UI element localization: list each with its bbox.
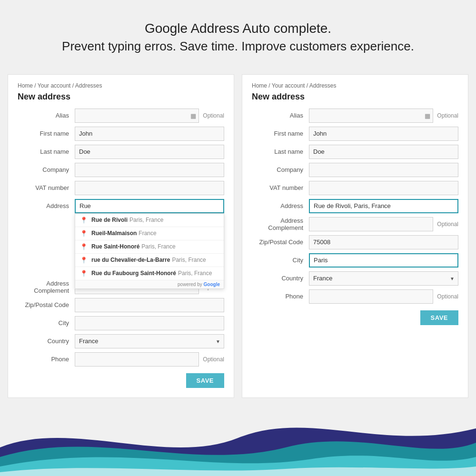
autocomplete-item-1[interactable]: 📍 Rue de RivoliParis, France	[75, 214, 224, 227]
right-vat-label: VAT number	[252, 184, 309, 191]
alias-label: Alias	[18, 112, 75, 119]
right-company-label: Company	[252, 166, 309, 173]
left-zip-input[interactable]	[75, 298, 224, 312]
left-country-select-wrapper: France Germany Spain United Kingdom Ital…	[75, 334, 224, 348]
ac-main-5: Rue du Faubourg Saint-Honoré	[91, 270, 176, 277]
right-address-complement-input[interactable]	[309, 217, 433, 231]
company-row: Company	[18, 163, 224, 177]
phone-row: Phone Optional	[18, 352, 224, 367]
right-alias-input[interactable]	[309, 109, 433, 123]
ac-main-4: rue du Chevalier-de-La-Barre	[91, 257, 170, 263]
ac-sec-3: Paris, France	[141, 243, 175, 250]
forms-container: Home / Your account / Addresses New addr…	[0, 65, 476, 407]
right-address-complement-label: Address Complement	[252, 217, 309, 231]
right-company-row: Company	[252, 163, 458, 177]
header-section: Google Address Auto complete. Prevent ty…	[0, 0, 476, 65]
right-breadcrumb: Home / Your account / Addresses	[252, 82, 458, 89]
header-subtitle: Prevent typing erros. Save time. Improve…	[10, 38, 466, 55]
last-name-label: Last name	[18, 148, 75, 155]
autocomplete-dropdown: 📍 Rue de RivoliParis, France 📍 Rueil-Mal…	[75, 213, 224, 289]
right-company-input[interactable]	[309, 163, 458, 177]
wave-decoration	[0, 390, 476, 476]
ac-main-1: Rue de Rivoli	[91, 217, 128, 223]
ac-sec-4: Paris, France	[172, 257, 206, 263]
google-brand: Google	[204, 282, 220, 287]
right-vat-input[interactable]	[309, 181, 458, 195]
powered-by-row: powered by Google	[75, 280, 224, 288]
right-alias-optional: Optional	[437, 112, 458, 119]
ac-sec-1: Paris, France	[129, 217, 163, 223]
first-name-row: First name	[18, 127, 224, 141]
left-phone-input[interactable]	[75, 352, 199, 367]
alias-row: Alias ▦ Optional	[18, 109, 224, 123]
address-complement-label: Address Complement	[18, 280, 75, 294]
autocomplete-item-5[interactable]: 📍 Rue du Faubourg Saint-HonoréParis, Fra…	[75, 267, 224, 280]
right-first-name-label: First name	[252, 130, 309, 137]
phone-optional: Optional	[203, 356, 224, 363]
ac-main-3: Rue Saint-Honoré	[91, 243, 139, 250]
last-name-row: Last name	[18, 145, 224, 159]
right-zip-label: Zip/Postal Code	[252, 238, 309, 246]
powered-by-text: powered by	[178, 282, 202, 287]
right-country-select-wrapper: France Germany Spain United Kingdom Ital…	[309, 271, 458, 286]
left-first-name-input[interactable]	[75, 127, 224, 141]
autocomplete-item-2[interactable]: 📍 Rueil-MalmaisonFrance	[75, 227, 224, 240]
autocomplete-item-3[interactable]: 📍 Rue Saint-HonoréParis, France	[75, 240, 224, 254]
right-first-name-input[interactable]	[309, 127, 458, 141]
right-last-name-label: Last name	[252, 148, 309, 155]
pin-icon-5: 📍	[80, 270, 88, 277]
vat-label: VAT number	[18, 184, 75, 191]
left-form-title: New address	[18, 92, 224, 102]
left-city-input[interactable]	[75, 316, 224, 330]
ac-sec-5: Paris, France	[178, 270, 212, 277]
right-phone-optional: Optional	[437, 293, 458, 300]
left-form-panel: Home / Your account / Addresses New addr…	[8, 74, 234, 398]
right-save-button[interactable]: SAVE	[420, 310, 458, 325]
pin-icon-1: 📍	[80, 217, 88, 224]
left-save-button[interactable]: SAVE	[186, 373, 224, 388]
autocomplete-item-4[interactable]: 📍 rue du Chevalier-de-La-BarreParis, Fra…	[75, 254, 224, 267]
right-zip-input[interactable]	[309, 235, 458, 249]
right-city-input[interactable]	[309, 253, 458, 268]
right-city-label: City	[252, 257, 309, 264]
right-last-name-input[interactable]	[309, 145, 458, 159]
right-alias-row: Alias ▦ Optional	[252, 109, 458, 123]
left-vat-input[interactable]	[75, 181, 224, 195]
right-phone-label: Phone	[252, 293, 309, 300]
right-zip-row: Zip/Postal Code	[252, 235, 458, 249]
right-address-input[interactable]	[309, 199, 458, 213]
header-title: Google Address Auto complete.	[10, 19, 466, 38]
zip-row: Zip/Postal Code	[18, 298, 224, 312]
vat-row: VAT number	[18, 181, 224, 195]
pin-icon-3: 📍	[80, 243, 88, 250]
right-alias-input-wrapper: ▦	[309, 109, 433, 123]
address-row: Address 📍 Rue de RivoliParis, France 📍 R…	[18, 199, 224, 213]
country-label: Country	[18, 337, 75, 345]
left-alias-input[interactable]	[75, 109, 199, 123]
pin-icon-2: 📍	[80, 230, 88, 237]
left-country-select[interactable]: France Germany Spain United Kingdom Ital…	[75, 334, 224, 348]
left-address-input[interactable]	[75, 199, 224, 213]
right-last-name-row: Last name	[252, 145, 458, 159]
first-name-label: First name	[18, 130, 75, 137]
right-phone-row: Phone Optional	[252, 289, 458, 304]
calendar-icon: ▦	[190, 112, 196, 119]
right-form-panel: Home / Your account / Addresses New addr…	[242, 74, 468, 398]
left-company-input[interactable]	[75, 163, 224, 177]
right-first-name-row: First name	[252, 127, 458, 141]
right-address-complement-optional: Optional	[437, 221, 458, 228]
pin-icon-4: 📍	[80, 257, 88, 264]
country-row: Country France Germany Spain United King…	[18, 334, 224, 348]
ac-sec-2: France	[139, 230, 156, 237]
right-country-row: Country France Germany Spain United King…	[252, 271, 458, 286]
right-phone-input[interactable]	[309, 289, 433, 304]
city-row: City	[18, 316, 224, 330]
left-last-name-input[interactable]	[75, 145, 224, 159]
zip-label: Zip/Postal Code	[18, 301, 75, 308]
right-vat-row: VAT number	[252, 181, 458, 195]
right-save-row: SAVE	[252, 310, 458, 325]
alias-input-wrapper: ▦	[75, 109, 199, 123]
right-calendar-icon: ▦	[425, 112, 430, 119]
right-country-select[interactable]: France Germany Spain United Kingdom Ital…	[309, 271, 458, 286]
ac-main-2: Rueil-Malmaison	[91, 230, 137, 237]
